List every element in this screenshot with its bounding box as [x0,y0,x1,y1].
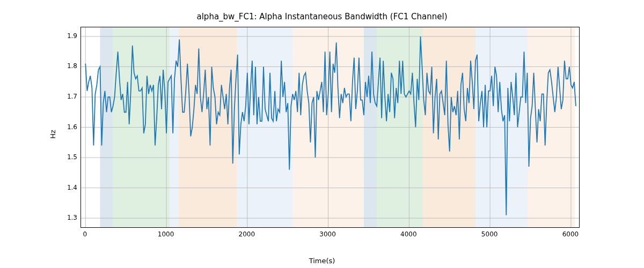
x-axis-label: Time(s) [0,257,644,265]
y-tick-label: 1.8 [56,62,77,70]
y-tick-label: 1.6 [56,123,77,131]
x-tick-label: 0 [83,230,87,238]
y-tick-label: 1.3 [56,214,77,221]
y-tick-label: 1.9 [56,32,77,40]
y-tick-label: 1.7 [56,93,77,100]
chart-title: alpha_bw_FC1: Alpha Instantaneous Bandwi… [0,12,644,21]
x-tick-label: 4000 [400,230,417,238]
y-axis-label: Hz [48,0,57,268]
plot-area [81,27,579,227]
x-tick-label: 6000 [562,230,579,238]
x-tick-label: 2000 [239,230,255,238]
y-tick-label: 1.4 [56,184,77,191]
figure: alpha_bw_FC1: Alpha Instantaneous Bandwi… [0,0,644,268]
y-tick-label: 1.5 [56,153,77,161]
x-tick-label: 1000 [158,230,174,238]
axes [80,27,580,228]
x-tick-label: 3000 [319,230,336,238]
x-tick-label: 5000 [481,230,498,238]
